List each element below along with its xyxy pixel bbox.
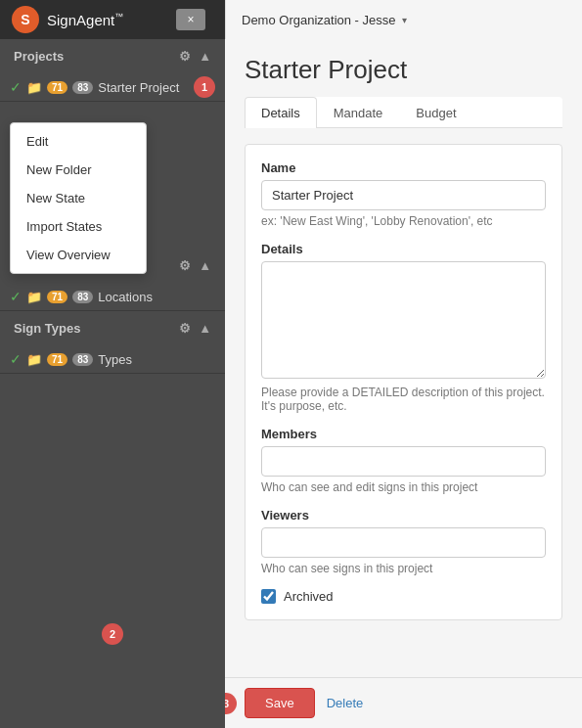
content-area: Starter Project Details Mandate Budget N…	[225, 39, 582, 677]
logo-text: SignAgent™	[47, 12, 123, 28]
dropdown-import-states[interactable]: Import States	[11, 212, 146, 241]
archived-label[interactable]: Archived	[284, 589, 334, 604]
logo-area: S SignAgent™ ×	[0, 0, 225, 39]
name-label: Name	[261, 160, 546, 175]
badge-gray-projects: 83	[72, 81, 93, 94]
org-selector[interactable]: Demo Organization - Jesse ▾	[225, 0, 582, 39]
details-textarea[interactable]	[261, 261, 546, 379]
sign-types-folder-icon: 📁	[26, 352, 42, 367]
dropdown-edit[interactable]: Edit	[11, 127, 146, 156]
dropdown-new-state[interactable]: New State	[11, 184, 146, 212]
projects-dropdown-menu: Edit New Folder New State Import States …	[10, 122, 147, 274]
locations-chevron-icon[interactable]: ▲	[199, 258, 211, 273]
badge-orange-locations: 71	[47, 291, 67, 303]
badge-orange-sign-types: 71	[47, 353, 67, 366]
form-group-name: Name ex: 'New East Wing', 'Lobby Renovat…	[261, 160, 546, 228]
sign-types-header-actions: ⚙ ▲	[179, 321, 211, 336]
sign-types-chevron-icon[interactable]: ▲	[199, 321, 211, 336]
check-icon: ✓	[10, 79, 22, 95]
sidebar-section-header-projects: Projects ⚙ ▲	[0, 39, 225, 73]
step-badge-2: 2	[102, 623, 123, 645]
form-group-viewers: Viewers Who can see signs in this projec…	[261, 508, 546, 575]
badge-gray-locations: 83	[72, 291, 93, 303]
form-group-details: Details Please provide a DETAILED descri…	[261, 242, 546, 413]
save-button[interactable]: Save	[245, 688, 315, 718]
viewers-input[interactable]	[261, 527, 546, 558]
sidebar-item-sign-types[interactable]: ✓ 📁 71 83 Types	[0, 345, 225, 373]
details-hint: Please provide a DETAILED description of…	[261, 386, 546, 413]
tab-details[interactable]: Details	[245, 97, 317, 128]
tab-budget[interactable]: Budget	[399, 97, 472, 128]
main-layout: Projects ⚙ ▲ ✓ 📁 71 83 Starter Project 1…	[0, 39, 582, 728]
top-bar: S SignAgent™ × Demo Organization - Jesse…	[0, 0, 582, 39]
projects-gear-icon[interactable]: ⚙	[179, 49, 191, 64]
sidebar-section-header-sign-types: Sign Types ⚙ ▲	[0, 311, 225, 345]
sidebar-section-sign-types: Sign Types ⚙ ▲ ✓ 📁 71 83 Types	[0, 311, 225, 374]
form-card: Name ex: 'New East Wing', 'Lobby Renovat…	[245, 144, 562, 620]
sign-types-check-icon: ✓	[10, 351, 22, 367]
folder-icon: 📁	[26, 80, 42, 95]
projects-label: Projects	[14, 49, 64, 64]
locations-gear-icon[interactable]: ⚙	[179, 258, 191, 273]
dropdown-view-overview[interactable]: View Overview	[11, 241, 146, 269]
members-input[interactable]	[261, 446, 546, 477]
main-content: Starter Project Details Mandate Budget N…	[225, 39, 582, 728]
name-hint: ex: 'New East Wing', 'Lobby Renovation',…	[261, 214, 546, 228]
logo-agent: Agent	[76, 12, 114, 28]
org-name: Demo Organization - Jesse	[242, 13, 396, 27]
archived-checkbox[interactable]	[261, 589, 276, 604]
logo-icon: S	[12, 6, 39, 33]
projects-header-actions: ⚙ ▲	[179, 49, 211, 64]
logo-sign: Sign	[47, 12, 76, 28]
delete-button[interactable]: Delete	[327, 696, 364, 710]
org-dropdown-arrow: ▾	[402, 15, 407, 25]
step-badge-2-area: 2	[102, 623, 123, 645]
bottom-bar: 3 Save Delete	[225, 677, 582, 728]
step-badge-1: 1	[194, 76, 215, 98]
sidebar-section-projects: Projects ⚙ ▲ ✓ 📁 71 83 Starter Project 1…	[0, 39, 225, 102]
badge-orange-projects: 71	[47, 81, 67, 94]
archived-row: Archived	[261, 589, 546, 604]
members-label: Members	[261, 427, 546, 441]
viewers-hint: Who can see signs in this project	[261, 562, 546, 575]
logo-tm: ™	[114, 12, 123, 22]
details-label: Details	[261, 242, 546, 256]
name-input[interactable]	[261, 180, 546, 210]
close-button[interactable]: ×	[176, 9, 205, 30]
tab-mandate[interactable]: Mandate	[317, 97, 400, 128]
sidebar-item-locations[interactable]: ✓ 📁 71 83 Locations	[0, 283, 225, 310]
sidebar: Projects ⚙ ▲ ✓ 📁 71 83 Starter Project 1…	[0, 39, 225, 728]
members-hint: Who can see and edit signs in this proje…	[261, 480, 546, 494]
dropdown-new-folder[interactable]: New Folder	[11, 156, 146, 184]
locations-header-actions: ⚙ ▲	[179, 258, 211, 273]
locations-item-label: Locations	[98, 290, 211, 304]
tabs-bar: Details Mandate Budget	[245, 97, 562, 128]
sidebar-item-starter-project[interactable]: ✓ 📁 71 83 Starter Project 1	[0, 73, 225, 101]
projects-chevron-icon[interactable]: ▲	[199, 49, 211, 64]
step-badge-3: 3	[225, 693, 237, 714]
page-title: Starter Project	[245, 55, 562, 85]
locations-check-icon: ✓	[10, 289, 22, 304]
form-group-members: Members Who can see and edit signs in th…	[261, 427, 546, 494]
badge-gray-sign-types: 83	[72, 353, 93, 366]
sign-types-gear-icon[interactable]: ⚙	[179, 321, 191, 336]
sign-types-label: Sign Types	[14, 321, 80, 336]
viewers-label: Viewers	[261, 508, 546, 523]
sign-types-item-label: Types	[98, 352, 211, 367]
locations-folder-icon: 📁	[26, 290, 42, 304]
